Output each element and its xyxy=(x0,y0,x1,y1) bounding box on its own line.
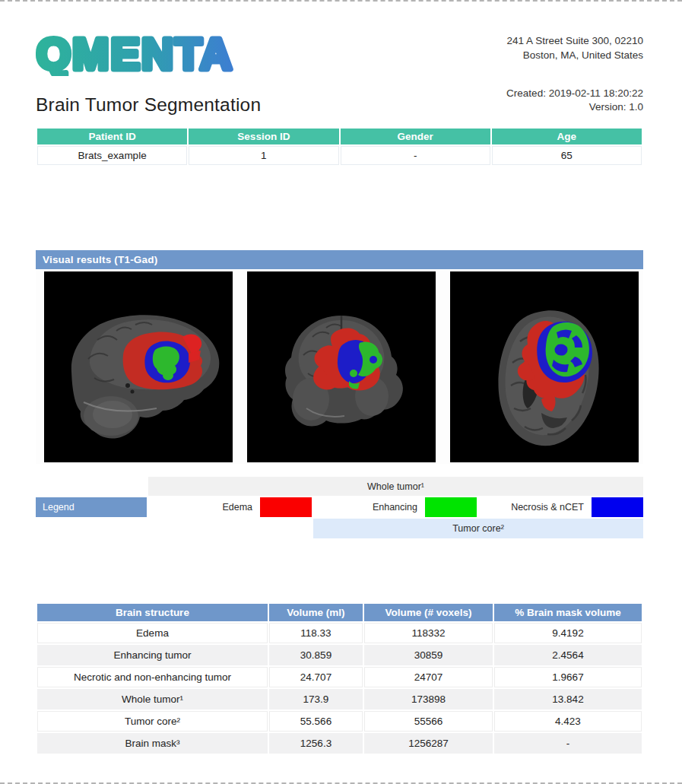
qmenta-logo: QMENTA xyxy=(36,27,287,76)
mri-axial-image xyxy=(450,271,639,462)
brain-mask-pct-cell: 1.9667 xyxy=(494,667,642,687)
table-row-edema: Edema 118.33 118332 9.4192 xyxy=(37,623,642,643)
age-header: Age xyxy=(492,129,642,144)
patient-table-value-row: Brats_example 1 - 65 xyxy=(37,146,642,165)
volume-voxels-header: Volume (# voxels) xyxy=(364,604,493,621)
structure-cell: Brain mask³ xyxy=(37,733,268,754)
brain-structure-header: Brain structure xyxy=(37,604,268,621)
version-label: Version: 1.0 xyxy=(506,100,643,114)
session-id-value: 1 xyxy=(189,146,338,165)
patient-id-value: Brats_example xyxy=(37,146,187,165)
volume-ml-cell: 173.9 xyxy=(269,689,363,709)
structure-cell: Necrotic and non-enhancing tumor xyxy=(37,667,268,687)
table-row-necrotic: Necrotic and non-enhancing tumor 24.707 … xyxy=(37,667,642,687)
volume-voxels-cell: 1256287 xyxy=(364,733,493,754)
qmenta-logo-text: QMENTA xyxy=(36,29,233,76)
brain-mask-pct-cell: 2.4564 xyxy=(494,645,642,665)
title-row: Brain Tumor Segmentation Created: 2019-0… xyxy=(36,87,643,116)
volume-voxels-cell: 30859 xyxy=(364,645,493,665)
address-line-1: 241 A Street Suite 300, 02210 xyxy=(507,33,643,48)
brain-mask-pct-cell: 9.4192 xyxy=(494,623,642,643)
legend-empty-cell xyxy=(36,477,147,496)
volume-voxels-cell: 55566 xyxy=(364,711,493,732)
structure-cell: Edema xyxy=(37,623,268,643)
volume-voxels-cell: 173898 xyxy=(364,689,493,709)
table-row-brain-mask: Brain mask³ 1256.3 1256287 - xyxy=(37,733,642,754)
patient-id-header: Patient ID xyxy=(37,129,187,144)
structure-cell: Whole tumor¹ xyxy=(37,689,268,709)
volumes-table: Brain structure Volume (ml) Volume (# vo… xyxy=(36,602,643,755)
brain-mask-pct-cell: 4.423 xyxy=(494,711,642,732)
company-address: 241 A Street Suite 300, 02210 Boston, MA… xyxy=(507,33,643,62)
volume-voxels-cell: 118332 xyxy=(364,623,493,643)
report-header: QMENTA 241 A Street Suite 300, 02210 Bos… xyxy=(36,27,643,76)
mri-images-row xyxy=(36,269,643,464)
brain-mask-pct-cell: 13.842 xyxy=(494,689,642,709)
brain-mask-pct-header: % Brain mask volume xyxy=(494,604,642,621)
page-title: Brain Tumor Segmentation xyxy=(36,94,261,116)
edema-label: Edema xyxy=(148,497,259,517)
whole-tumor-span: Whole tumor¹ xyxy=(148,477,643,496)
volume-ml-cell: 24.707 xyxy=(269,667,363,687)
volume-ml-cell: 118.33 xyxy=(269,623,363,643)
volume-ml-cell: 30.859 xyxy=(269,645,363,665)
visual-results-header: Visual results (T1-Gad) xyxy=(36,250,643,269)
legend-table: Whole tumor¹ Legend Edema Enhancing Necr… xyxy=(36,477,643,538)
tumor-core-span: Tumor core² xyxy=(313,519,643,538)
legend-empty-cell xyxy=(36,519,312,538)
session-id-header: Session ID xyxy=(189,129,338,144)
visual-results-section: Visual results (T1-Gad) xyxy=(36,250,643,464)
necrosis-swatch xyxy=(592,497,643,517)
table-row-enhancing: Enhancing tumor 30.859 30859 2.4564 xyxy=(37,645,642,665)
volume-ml-cell: 55.566 xyxy=(269,711,363,732)
structure-cell: Tumor core² xyxy=(37,711,268,732)
volume-ml-cell: 1256.3 xyxy=(269,733,363,754)
mri-sagittal-image xyxy=(44,271,233,462)
age-value: 65 xyxy=(492,146,642,165)
created-timestamp: Created: 2019-02-11 18:20:22 xyxy=(506,87,643,100)
brain-mask-pct-cell: - xyxy=(494,733,642,754)
table-row-tumor-core: Tumor core² 55.566 55566 4.423 xyxy=(37,711,642,732)
created-block: Created: 2019-02-11 18:20:22 Version: 1.… xyxy=(506,87,643,116)
enhancing-label: Enhancing xyxy=(313,497,423,517)
volumes-header-row: Brain structure Volume (ml) Volume (# vo… xyxy=(37,604,642,621)
patient-table-header-row: Patient ID Session ID Gender Age xyxy=(37,129,642,144)
volume-voxels-cell: 24707 xyxy=(364,667,493,687)
structure-cell: Enhancing tumor xyxy=(37,645,268,665)
mri-coronal-image xyxy=(247,271,436,462)
legend-label: Legend xyxy=(36,497,147,517)
necrosis-label: Necrosis & nCET xyxy=(478,497,590,517)
patient-info-table: Patient ID Session ID Gender Age Brats_e… xyxy=(36,127,643,167)
gender-value: - xyxy=(341,146,490,165)
volume-ml-header: Volume (ml) xyxy=(269,604,363,621)
gender-header: Gender xyxy=(341,129,490,144)
edema-swatch xyxy=(260,497,312,517)
table-row-whole-tumor: Whole tumor¹ 173.9 173898 13.842 xyxy=(37,689,642,709)
address-line-2: Boston, MA, United States xyxy=(507,48,643,62)
enhancing-swatch xyxy=(425,497,477,517)
report-page: QMENTA 241 A Street Suite 300, 02210 Bos… xyxy=(0,0,682,784)
